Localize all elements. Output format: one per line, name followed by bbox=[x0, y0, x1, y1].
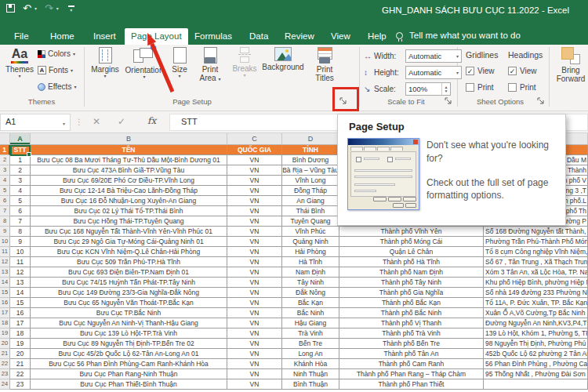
row-header-22[interactable]: 22 bbox=[0, 359, 10, 369]
headings-print-checkbox[interactable]: Print bbox=[508, 83, 536, 92]
cell-F17[interactable]: Xuân Ổ A,Võ Cường,Tp Bắc Ninh (Thửa đất bbox=[484, 308, 588, 318]
cell-A8[interactable]: 7 bbox=[10, 216, 31, 227]
margins-button[interactable]: Margins▾ bbox=[88, 47, 122, 78]
row-header-6[interactable]: 6 bbox=[0, 196, 10, 206]
cell-B6[interactable]: Bưu Cục 16 Đỗ Nhuận-Long Xuyên-An Giang bbox=[31, 196, 227, 206]
row-header-17[interactable]: 17 bbox=[0, 308, 10, 318]
cell-F23[interactable]: 95 Thống Nhất , Phường Đài Sơn , TP.Phan bbox=[484, 369, 588, 379]
cell-B14[interactable]: Bưu Cục 74/15 Huỳnh Tấn Phát-TP.Tây Ninh bbox=[31, 278, 227, 288]
cell-C5[interactable]: VN bbox=[227, 186, 282, 196]
cell-C17[interactable]: VN bbox=[227, 308, 282, 318]
cell-E13[interactable]: Thành phố Nam Định bbox=[339, 267, 484, 278]
row-header-18[interactable]: 18 bbox=[0, 318, 10, 328]
cell-C16[interactable]: VN bbox=[227, 298, 282, 308]
cell-B16[interactable]: Bưu Cục 65 Nguyễn Văn Thoát-TP.Bắc Kạn bbox=[31, 298, 227, 308]
cell-C8[interactable]: VN bbox=[227, 216, 282, 227]
tab-page-layout[interactable]: Page Layout bbox=[125, 28, 188, 45]
enter-icon[interactable]: ✓ bbox=[118, 116, 125, 127]
cell-D16[interactable]: Bắc Kạn bbox=[282, 298, 339, 308]
cell-F22[interactable]: 56 Phan Đình Phùng , Phường Cam Thuận bbox=[484, 359, 588, 369]
cell-E14[interactable]: Thành phố Tây Ninh bbox=[339, 278, 484, 288]
tab-view[interactable]: View bbox=[325, 28, 357, 44]
customize-quick-access-icon[interactable]: ▾ bbox=[68, 5, 74, 12]
row-header-1[interactable]: 1 bbox=[0, 145, 10, 155]
cell-D21[interactable]: Long An bbox=[282, 349, 339, 359]
cell-A17[interactable]: 16 bbox=[10, 308, 31, 318]
cell-A20[interactable]: 19 bbox=[10, 339, 31, 349]
gridlines-print-checkbox[interactable]: Print bbox=[466, 83, 494, 92]
cell-A7[interactable]: 6 bbox=[10, 206, 31, 216]
height-dropdown[interactable]: Automatic▾ bbox=[405, 66, 462, 79]
save-icon[interactable] bbox=[6, 4, 15, 13]
cell-F10[interactable]: Phường Trần Phú-Thành Phố Móng Cái-Tỉn bbox=[484, 237, 588, 247]
cell-C6[interactable]: VN bbox=[227, 196, 282, 206]
cell-A2[interactable]: 1 bbox=[10, 155, 31, 165]
cell-A9[interactable]: 8 bbox=[10, 227, 31, 237]
cell-C10[interactable]: VN bbox=[227, 237, 282, 247]
cell-A16[interactable]: 15 bbox=[10, 298, 31, 308]
row-header-8[interactable]: 8 bbox=[0, 216, 10, 227]
cell-B11[interactable]: Bưu Cục KCN Vĩnh Niệm-Q.Lê Chân-Hải Phòn… bbox=[31, 247, 227, 257]
cell-A14[interactable]: 13 bbox=[10, 278, 31, 288]
headings-view-checkbox[interactable]: ✓ View bbox=[508, 67, 537, 75]
cell-D1[interactable]: TỈNH bbox=[282, 145, 339, 155]
select-all-corner[interactable] bbox=[0, 133, 10, 144]
row-header-14[interactable]: 14 bbox=[0, 278, 10, 288]
cell-A11[interactable]: 10 bbox=[10, 247, 31, 257]
cell-C13[interactable]: VN bbox=[227, 267, 282, 278]
scale-to-fit-dialog-launcher[interactable] bbox=[444, 95, 455, 106]
row-header-15[interactable]: 15 bbox=[0, 288, 10, 298]
cell-C12[interactable]: VN bbox=[227, 257, 282, 267]
cell-C3[interactable]: VN bbox=[227, 165, 282, 176]
cell-D9[interactable]: Vĩnh Phúc bbox=[282, 227, 339, 237]
cell-C2[interactable]: VN bbox=[227, 155, 282, 165]
cell-C1[interactable]: QUỐC GIA bbox=[227, 145, 282, 155]
gridlines-view-checkbox[interactable]: ✓ View bbox=[466, 67, 495, 75]
cell-C15[interactable]: VN bbox=[227, 288, 282, 298]
cell-C4[interactable]: VN bbox=[227, 176, 282, 186]
row-header-20[interactable]: 20 bbox=[0, 339, 10, 349]
cell-D7[interactable]: Thái Bình bbox=[282, 206, 339, 216]
cell-E19[interactable]: Thành phố Trà Vinh bbox=[339, 328, 484, 339]
cell-A1[interactable]: STT bbox=[10, 145, 31, 155]
cell-C23[interactable]: VN bbox=[227, 369, 282, 379]
cell-F14[interactable]: Khu phố Hiệp Bình, phường Hiệp Ninh, TP.… bbox=[484, 278, 588, 288]
row-header-21[interactable]: 21 bbox=[0, 349, 10, 359]
column-header-C[interactable]: C bbox=[227, 133, 282, 144]
row-header-10[interactable]: 10 bbox=[0, 237, 10, 247]
cell-B21[interactable]: Bưu Cục 45/2b Quốc Lộ 62-Tân An-Long An … bbox=[31, 349, 227, 359]
cell-B1[interactable]: TÊN bbox=[31, 145, 227, 155]
row-header-9[interactable]: 9 bbox=[0, 227, 10, 237]
row-header-2[interactable]: 2 bbox=[0, 155, 10, 165]
print-titles-button[interactable]: PrintTitles bbox=[307, 47, 342, 82]
cell-A23[interactable]: 22 bbox=[10, 369, 31, 379]
undo-icon[interactable]: ↶ bbox=[23, 4, 31, 13]
cell-D18[interactable]: Hậu Giang bbox=[282, 318, 339, 328]
row-header-11[interactable]: 11 bbox=[0, 247, 10, 257]
cell-E9[interactable]: Thành phố Vĩnh Yên bbox=[339, 227, 484, 237]
cell-E23[interactable]: Thành phố Phan Rang – Tháp Chàm bbox=[339, 369, 484, 379]
cell-E15[interactable]: Thành phố Gia Nghĩa bbox=[339, 288, 484, 298]
cell-D19[interactable]: Trà Vinh bbox=[282, 328, 339, 339]
cell-C7[interactable]: VN bbox=[227, 206, 282, 216]
column-header-A[interactable]: A bbox=[10, 133, 31, 144]
cell-F15[interactable]: Số nhà 149 đường 233 Phường Nghĩa Tân, bbox=[484, 288, 588, 298]
effects-button[interactable]: Effects▾ bbox=[38, 82, 76, 91]
size-button[interactable]: Size▾ bbox=[166, 47, 193, 78]
cell-C18[interactable]: VN bbox=[227, 318, 282, 328]
tab-file[interactable]: File bbox=[8, 28, 35, 44]
tab-help[interactable]: Help bbox=[361, 28, 393, 44]
cell-B18[interactable]: Bưu Cục Nguyễn An Ninh-Vị Thanh-Hậu Gian… bbox=[31, 318, 227, 328]
cell-F11[interactable]: Tổ 8 cụm Công nghiệp Vĩnh Niệm, phường V bbox=[484, 247, 588, 257]
bring-forward-button[interactable]: BringForward bbox=[554, 47, 588, 83]
row-header-4[interactable]: 4 bbox=[0, 176, 10, 186]
cell-E16[interactable]: Thành phố Bắc Kạn bbox=[339, 298, 484, 308]
cell-B4[interactable]: Bưu Cục 69/20E Phó Cơ Điều-TP.Vĩnh Long bbox=[31, 176, 227, 186]
cell-B23[interactable]: Bưu Cục Phan Rang-Ninh Thuận bbox=[31, 369, 227, 379]
cell-D4[interactable]: Vĩnh Long bbox=[282, 176, 339, 186]
cell-D8[interactable]: Tuyên Quang bbox=[282, 216, 339, 227]
undo-dropdown-icon[interactable]: ▾ bbox=[34, 5, 37, 11]
cell-E20[interactable]: Thành phố Bến Tre bbox=[339, 339, 484, 349]
cell-F21[interactable]: 452b Quốc Lộ 62 phường 2 Tân An Long A bbox=[484, 349, 588, 359]
cell-A19[interactable]: 18 bbox=[10, 328, 31, 339]
